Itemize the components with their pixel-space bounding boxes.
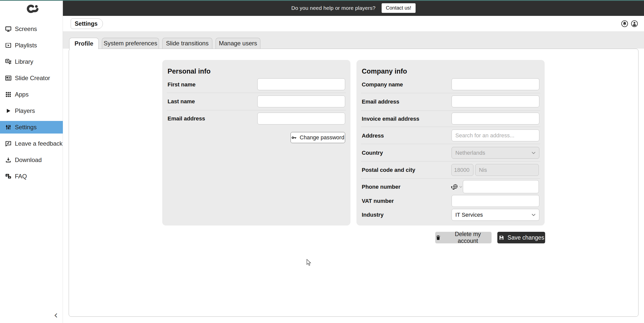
brand-logo-icon[interactable] xyxy=(25,5,39,14)
top-help-bar: Do you need help or more players? Contac… xyxy=(63,0,644,16)
row-divider xyxy=(167,110,346,110)
delete-account-label: Delete my account xyxy=(444,231,492,244)
sidebar-item-players[interactable]: Players xyxy=(0,105,63,117)
tab-label: System preferences xyxy=(104,40,157,47)
tab-label: Slide transitions xyxy=(166,40,209,47)
change-password-button[interactable]: Change password xyxy=(291,132,345,143)
tab-label: Manage users xyxy=(219,40,257,47)
country-label: Country xyxy=(362,150,383,156)
sidebar-item-settings[interactable]: Settings xyxy=(0,121,63,134)
save-floppy-icon xyxy=(498,235,505,241)
screens-icon xyxy=(5,26,12,32)
sidebar-item-label: FAQ xyxy=(15,173,27,180)
sidebar-item-label: Settings xyxy=(15,124,37,131)
top-accent-line xyxy=(0,0,644,1)
row-divider xyxy=(167,93,346,93)
industry-select[interactable]: IT Services xyxy=(452,209,539,221)
header-icon-group xyxy=(621,20,638,27)
sidebar-item-label: Download xyxy=(15,156,42,164)
slide-creator-icon xyxy=(5,75,12,81)
contact-us-button[interactable]: Contact us! xyxy=(382,3,416,13)
tab-label: Profile xyxy=(74,40,93,47)
company-info-title: Company info xyxy=(362,68,407,75)
personal-info-title: Personal info xyxy=(168,68,211,75)
row-divider xyxy=(361,178,540,179)
chevron-down-icon xyxy=(459,186,462,188)
sidebar-item-playlists[interactable]: Playlists xyxy=(0,39,63,52)
sidebar-item-leave-a-feedback[interactable]: Leave a feedback xyxy=(0,137,63,150)
vat-number-input[interactable] xyxy=(452,195,539,207)
company-info-card: Company info Company name Email address … xyxy=(356,60,545,225)
last-name-label: Last name xyxy=(168,98,195,105)
key-icon xyxy=(291,135,297,141)
delete-account-button[interactable]: Delete my account xyxy=(435,232,492,243)
invoice-email-label: Invoice email address xyxy=(362,116,419,122)
save-changes-label: Save changes xyxy=(508,234,544,241)
sidebar-item-apps[interactable]: Apps xyxy=(0,88,63,101)
personal-email-input[interactable] xyxy=(257,113,345,124)
sidebar-item-label: Library xyxy=(15,58,33,65)
company-name-input[interactable] xyxy=(452,78,539,90)
svg-text:A: A xyxy=(9,176,10,179)
phone-globe-icon xyxy=(450,183,459,191)
mouse-cursor xyxy=(306,259,312,266)
play-triangle-icon xyxy=(5,108,12,114)
sidebar-item-screens[interactable]: Screens xyxy=(0,23,63,35)
feedback-bubble-icon xyxy=(5,140,12,147)
invoice-email-input[interactable] xyxy=(452,113,539,124)
vat-number-label: VAT number xyxy=(362,198,394,204)
chevron-down-icon xyxy=(532,152,536,154)
country-select[interactable]: Netherlands xyxy=(452,147,539,159)
notifications-bell-icon[interactable] xyxy=(621,20,628,27)
faq-icon: QA xyxy=(5,173,12,180)
personal-email-label: Email address xyxy=(168,115,205,122)
address-search-input[interactable] xyxy=(452,130,539,141)
sidebar-item-slide-creator[interactable]: Slide Creator xyxy=(0,72,63,84)
phone-number-label: Phone number xyxy=(362,184,400,190)
postal-city-label: Postal code and city xyxy=(362,167,415,173)
sidebar-item-label: Slide Creator xyxy=(15,75,50,82)
sidebar-collapse-button[interactable]: ‹ xyxy=(51,310,60,320)
playlists-icon xyxy=(5,42,12,49)
row-divider xyxy=(361,144,540,144)
tab-system-preferences[interactable]: System preferences xyxy=(102,38,159,49)
phone-number-input[interactable] xyxy=(463,180,539,193)
phone-country-dropdown[interactable] xyxy=(450,183,463,191)
company-email-label: Email address xyxy=(362,99,399,105)
tab-manage-users[interactable]: Manage users xyxy=(216,38,260,49)
industry-value: IT Services xyxy=(455,212,483,218)
postal-code-input[interactable] xyxy=(451,164,473,176)
save-changes-button[interactable]: Save changes xyxy=(497,232,545,243)
row-divider xyxy=(361,93,540,93)
change-password-label: Change password xyxy=(300,134,344,141)
download-icon xyxy=(5,157,12,163)
account-icon[interactable] xyxy=(631,20,638,27)
row-divider xyxy=(361,127,540,127)
first-name-label: First name xyxy=(168,81,195,88)
city-input[interactable] xyxy=(475,164,539,176)
sidebar-item-label: Players xyxy=(15,107,35,114)
sidebar-item-library[interactable]: Library xyxy=(0,55,63,68)
trash-icon xyxy=(435,235,441,241)
personal-info-card: Personal info First name Last name Email… xyxy=(162,60,350,225)
profile-panel xyxy=(69,49,638,317)
sidebar-item-label: Playlists xyxy=(15,42,37,49)
sidebar-item-download[interactable]: Download xyxy=(0,154,63,166)
sidebar-item-faq[interactable]: QA FAQ xyxy=(0,170,63,183)
sidebar-item-label: Leave a feedback xyxy=(15,140,62,147)
breadcrumb[interactable]: Settings xyxy=(71,18,103,29)
apps-grid-icon xyxy=(5,91,12,98)
header-strip: Settings xyxy=(63,16,644,32)
company-name-label: Company name xyxy=(362,81,403,88)
help-text: Do you need help or more players? xyxy=(291,5,376,11)
first-name-input[interactable] xyxy=(257,78,345,90)
last-name-input[interactable] xyxy=(257,95,345,107)
industry-label: Industry xyxy=(362,212,384,218)
sidebar: Screens Playlists Library Slide Creator xyxy=(0,0,63,323)
company-email-input[interactable] xyxy=(452,95,539,107)
settings-sliders-icon xyxy=(5,124,12,131)
tab-slide-transitions[interactable]: Slide transitions xyxy=(162,38,212,49)
tab-profile[interactable]: Profile xyxy=(69,38,99,49)
address-label: Address xyxy=(362,133,384,139)
app-window: Screens Playlists Library Slide Creator xyxy=(0,0,644,323)
